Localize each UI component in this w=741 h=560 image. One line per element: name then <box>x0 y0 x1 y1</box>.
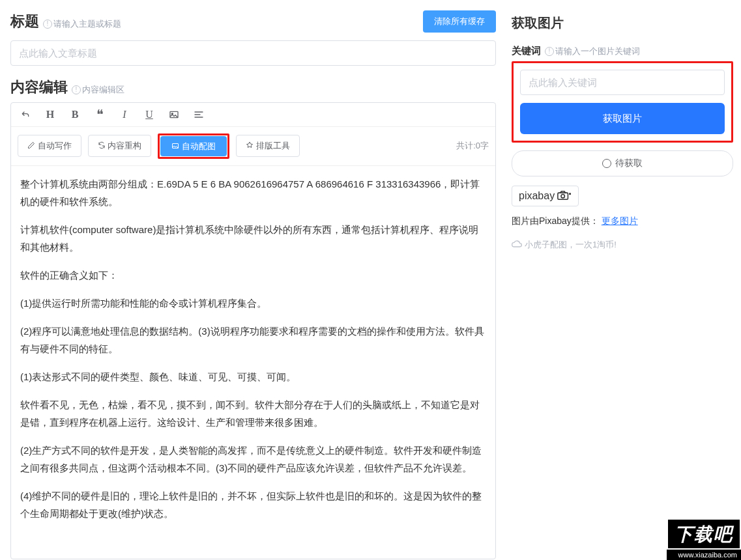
title-header: 标题 ! 请输入主题或标题 清除所有缓存 <box>10 10 496 33</box>
title-label: 标题 <box>10 12 39 31</box>
editor-header: 内容编辑 ! 内容编辑区 <box>10 77 496 97</box>
credit-line: 图片由Pixabay提供： 更多图片 <box>512 216 733 227</box>
fetch-image-button[interactable]: 获取图片 <box>520 103 725 134</box>
content-paragraph: (4)维护不同的硬件是旧的，理论上软件是旧的，并不坏，但实际上软件也是旧的和坏的… <box>20 487 486 522</box>
svg-point-4 <box>561 194 564 197</box>
align-icon[interactable] <box>191 107 207 122</box>
content-paragraph: (1)表达形式不同的硬件类型、颜色、味道、可见、可摸、可闻。 <box>20 368 486 385</box>
more-images-link[interactable]: 更多图片 <box>602 216 638 226</box>
fetch-image-title: 获取图片 <box>512 14 733 32</box>
svg-rect-3 <box>558 193 568 199</box>
heading-icon[interactable]: H <box>42 107 58 122</box>
bold-icon[interactable]: B <box>67 107 83 122</box>
editor-hint: ! 内容编辑区 <box>72 84 124 96</box>
content-paragraph: 计算机软件(computer software)是指计算机系统中除硬件以外的所有… <box>20 221 486 256</box>
auto-image-button[interactable]: 自动配图 <box>160 136 227 157</box>
underline-icon[interactable]: U <box>141 107 157 122</box>
keyword-hint: ! 请输入一个图片关键词 <box>545 46 640 57</box>
content-paragraph: (1)提供运行时所需功能和性能的命令或计算机程序集合。 <box>20 294 486 312</box>
action-toolbar: 自动写作 内容重构 自动配图 排版工具 共计:0字 <box>11 127 495 167</box>
editor-label: 内容编辑 <box>10 77 68 97</box>
blockquote-icon[interactable]: ❝ <box>92 107 108 122</box>
keyword-highlight-box: 获取图片 <box>512 61 733 143</box>
title-hint: ! 请输入主题或标题 <box>43 18 121 30</box>
camera-icon <box>557 191 572 202</box>
clear-cache-button[interactable]: 清除所有缓存 <box>423 10 496 33</box>
svg-point-5 <box>569 193 571 195</box>
keyword-input[interactable] <box>520 70 725 95</box>
watermark-url: www.xiazaiba.com <box>667 550 741 560</box>
editor-box: H B ❝ I U 自动写作 内容重构 <box>10 102 496 560</box>
watermark-text: 下载吧 <box>667 518 741 550</box>
image-icon[interactable] <box>166 107 182 122</box>
word-count: 共计:0字 <box>456 140 489 152</box>
format-toolbar: H B ❝ I U <box>11 103 495 127</box>
pending-icon <box>602 159 611 168</box>
footer-note: 小虎子配图，一次1淘币! <box>512 239 733 251</box>
auto-write-button[interactable]: 自动写作 <box>18 135 81 157</box>
content-paragraph: 软件的正确含义如下： <box>20 266 486 284</box>
content-paragraph: 软件看不见，无色，枯燥，看不见，摸不到，闻不到。软件大部分存在于人们的头脑或纸上… <box>20 396 486 431</box>
status-pending: 待获取 <box>512 150 733 176</box>
cloud-icon <box>512 240 522 250</box>
info-icon: ! <box>43 20 52 29</box>
keyword-header: 关键词 ! 请输入一个图片关键词 <box>512 45 733 57</box>
article-title-input[interactable] <box>10 40 496 66</box>
content-paragraph: 整个计算机系统由两部分组成：E.69DA 5 E 6 BA 9062616964… <box>20 175 486 210</box>
pixabay-badge: pixabay <box>512 186 579 206</box>
undo-icon[interactable] <box>18 107 33 122</box>
italic-icon[interactable]: I <box>117 107 132 122</box>
restructure-button[interactable]: 内容重构 <box>88 135 152 157</box>
content-paragraph: (2)生产方式不同的软件是开发，是人类智能的高发挥，而不是传统意义上的硬件制造。… <box>20 441 486 477</box>
watermark: 下载吧 www.xiazaiba.com <box>667 518 741 560</box>
auto-image-highlight: 自动配图 <box>158 133 229 160</box>
editor-content[interactable]: 整个计算机系统由两部分组成：E.69DA 5 E 6 BA 9062616964… <box>11 166 495 559</box>
content-paragraph: (2)程序可以满意地处理信息的数据结构。(3)说明程序功能要求和程序需要的文档的… <box>20 322 486 357</box>
layout-tool-button[interactable]: 排版工具 <box>236 135 300 157</box>
keyword-label: 关键词 <box>512 45 541 57</box>
info-icon: ! <box>545 47 554 56</box>
info-icon: ! <box>72 85 81 94</box>
